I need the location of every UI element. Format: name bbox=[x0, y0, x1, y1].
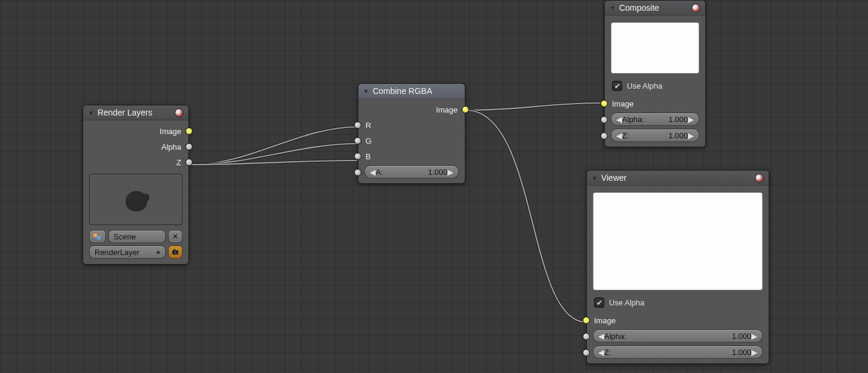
alpha-value-field[interactable]: ◀ A: 1.000 ▶ bbox=[364, 165, 459, 178]
input-z: ◀ Z: 1.000 ▶ bbox=[605, 128, 705, 144]
node-header-composite[interactable]: ▼ Composite bbox=[605, 1, 705, 16]
output-alpha: Alpha bbox=[83, 139, 188, 154]
svg-point-0 bbox=[93, 233, 98, 238]
output-z: Z bbox=[83, 154, 188, 170]
material-sphere-icon bbox=[755, 174, 764, 183]
socket-input-a[interactable] bbox=[354, 169, 361, 176]
increment-icon[interactable]: ▶ bbox=[751, 332, 757, 341]
use-alpha-label: Use Alpha bbox=[627, 81, 662, 90]
z-value-field[interactable]: ◀ Z: 1.000 ▶ bbox=[593, 345, 763, 359]
increment-icon[interactable]: ▶ bbox=[447, 168, 453, 177]
material-sphere-icon bbox=[175, 108, 184, 117]
alpha-value-field[interactable]: ◀ Alpha: 1.000 ▶ bbox=[611, 113, 699, 126]
collapse-arrow-icon[interactable]: ▼ bbox=[592, 175, 598, 181]
input-image: Image bbox=[605, 96, 705, 111]
output-image: Image bbox=[358, 102, 465, 117]
input-a: ◀ A: 1.000 ▶ bbox=[358, 164, 465, 180]
increment-icon[interactable]: ▶ bbox=[688, 131, 694, 140]
node-title: Composite bbox=[619, 3, 659, 13]
scene-picker-icon-button[interactable] bbox=[89, 230, 106, 243]
socket-input-r[interactable] bbox=[354, 122, 361, 129]
collapse-arrow-icon[interactable]: ▼ bbox=[610, 5, 616, 11]
material-sphere-icon bbox=[692, 4, 701, 13]
node-render-layers[interactable]: ▼ Render Layers Image Alpha Z Scene bbox=[83, 105, 189, 265]
dropdown-chevron-icon: ◆ bbox=[156, 249, 160, 255]
render-preview-thumbnail bbox=[89, 174, 182, 225]
use-alpha-checkbox[interactable]: ✔ bbox=[594, 298, 604, 308]
svg-rect-4 bbox=[173, 250, 175, 251]
camera-icon bbox=[171, 248, 179, 256]
composite-preview bbox=[611, 22, 699, 74]
decrement-icon[interactable]: ◀ bbox=[616, 131, 622, 140]
input-image: Image bbox=[587, 313, 769, 328]
socket-input-alpha[interactable] bbox=[601, 116, 608, 123]
socket-input-z[interactable] bbox=[583, 349, 590, 356]
node-title: Combine RGBA bbox=[373, 86, 433, 96]
increment-icon[interactable]: ▶ bbox=[688, 115, 694, 124]
socket-input-image[interactable] bbox=[583, 317, 590, 324]
scene-browse-icon bbox=[92, 232, 103, 241]
use-alpha-label: Use Alpha bbox=[609, 298, 644, 307]
socket-input-b[interactable] bbox=[354, 153, 361, 160]
render-single-layer-button[interactable] bbox=[168, 245, 182, 259]
node-title: Render Layers bbox=[98, 108, 153, 117]
viewer-preview bbox=[593, 192, 763, 290]
collapse-arrow-icon[interactable]: ▼ bbox=[363, 88, 369, 95]
socket-input-alpha[interactable] bbox=[583, 333, 590, 340]
scene-field[interactable]: Scene bbox=[108, 230, 166, 243]
input-z: ◀ Z: 1.000 ▶ bbox=[587, 344, 769, 360]
use-alpha-checkbox[interactable]: ✔ bbox=[612, 81, 622, 91]
renderlayer-field[interactable]: RenderLayer ◆ bbox=[89, 245, 166, 259]
socket-output-image[interactable] bbox=[185, 128, 193, 135]
svg-point-1 bbox=[97, 236, 101, 240]
input-r: R bbox=[358, 117, 465, 133]
input-alpha: ◀ Alpha: 1.000 ▶ bbox=[605, 111, 705, 128]
z-value-field[interactable]: ◀ Z: 1.000 ▶ bbox=[611, 129, 699, 142]
decrement-icon[interactable]: ◀ bbox=[616, 115, 622, 124]
socket-input-z[interactable] bbox=[601, 132, 608, 140]
node-header-render-layers[interactable]: ▼ Render Layers bbox=[83, 105, 188, 120]
decrement-icon[interactable]: ◀ bbox=[598, 348, 604, 357]
input-b: B bbox=[358, 148, 465, 164]
node-header-combine-rgba[interactable]: ▼ Combine RGBA bbox=[358, 84, 465, 99]
socket-output-z[interactable] bbox=[185, 159, 193, 166]
alpha-value-field[interactable]: ◀ Alpha: 1.000 ▶ bbox=[593, 329, 763, 342]
unlink-scene-button[interactable]: ✕ bbox=[168, 230, 182, 243]
increment-icon[interactable]: ▶ bbox=[751, 348, 757, 357]
node-header-viewer[interactable]: ▼ Viewer bbox=[587, 171, 769, 186]
decrement-icon[interactable]: ◀ bbox=[370, 168, 376, 177]
decrement-icon[interactable]: ◀ bbox=[598, 332, 604, 341]
svg-point-3 bbox=[174, 251, 176, 253]
socket-output-image[interactable] bbox=[462, 106, 469, 113]
socket-input-g[interactable] bbox=[354, 137, 361, 144]
output-image: Image bbox=[83, 123, 188, 139]
socket-output-alpha[interactable] bbox=[185, 143, 193, 150]
node-title: Viewer bbox=[601, 173, 627, 183]
collapse-arrow-icon[interactable]: ▼ bbox=[88, 110, 94, 116]
input-g: G bbox=[358, 133, 465, 148]
socket-input-image[interactable] bbox=[601, 100, 608, 107]
node-composite[interactable]: ▼ Composite ✔ Use Alpha Image ◀ Alpha: 1… bbox=[604, 0, 706, 147]
node-combine-rgba[interactable]: ▼ Combine RGBA Image R G B ◀ A: 1.000 ▶ bbox=[358, 83, 465, 184]
input-alpha: ◀ Alpha: 1.000 ▶ bbox=[587, 328, 769, 344]
node-viewer[interactable]: ▼ Viewer ✔ Use Alpha Image ◀ Alpha: 1.00… bbox=[586, 170, 769, 364]
